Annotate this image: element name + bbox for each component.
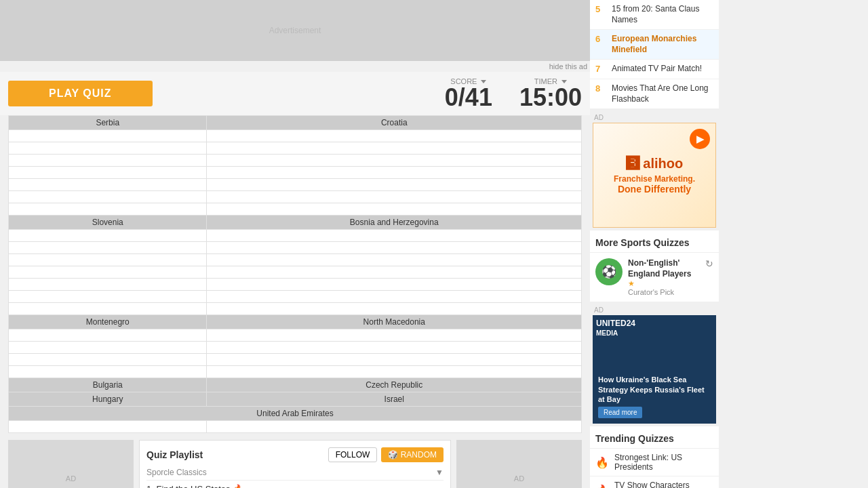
list-item-num: 8 [595, 83, 606, 94]
answer-cell[interactable] [9, 242, 207, 254]
answer-cell[interactable] [207, 167, 582, 179]
country-header-uae: United Arab Emirates [9, 407, 582, 421]
answer-cell[interactable] [9, 266, 207, 279]
answer-cell[interactable] [9, 254, 207, 266]
table-row [9, 329, 582, 342]
top-ad-banner: Advertisement [0, 0, 590, 61]
answer-cell[interactable] [207, 191, 582, 203]
timer-chevron-icon[interactable] [561, 80, 567, 83]
answer-cell[interactable] [207, 329, 582, 342]
answer-cell[interactable] [207, 254, 582, 266]
play-quiz-button[interactable]: PLAY QUIZ [8, 81, 153, 106]
trending-item-1: 🔥 Strongest Link: US Presidents [590, 449, 719, 476]
answer-cell[interactable] [9, 354, 207, 366]
trending-item-text-1[interactable]: Strongest Link: US Presidents [614, 453, 713, 472]
trending-flame-icon-1: 🔥 [595, 456, 609, 469]
quiz-answer-table: Serbia Croatia Slovenia Bosnia and Herze… [8, 115, 582, 433]
list-item-text[interactable]: 15 from 20: Santa Claus Names [612, 4, 713, 25]
ukraine-ad-box[interactable]: UNITED24MEDIA How Ukraine's Black Sea St… [593, 315, 716, 424]
answer-cell[interactable] [9, 130, 207, 142]
answer-cell[interactable] [207, 279, 582, 291]
bottom-right-ad: AD [456, 440, 582, 488]
score-section: SCORE 0/41 [445, 77, 492, 110]
country-header-hungary: Hungary [9, 392, 207, 407]
table-row [9, 191, 582, 203]
hide-ad-link[interactable]: hide this ad [0, 61, 590, 72]
refresh-icon[interactable]: ↻ [705, 258, 713, 269]
answer-cell[interactable] [207, 354, 582, 366]
answer-cell[interactable] [9, 342, 207, 354]
table-row [9, 279, 582, 291]
table-row: Serbia Croatia [9, 116, 582, 130]
table-row [9, 142, 582, 155]
table-row [9, 230, 582, 242]
quiz-item-title[interactable]: Non-'English' England Players [628, 258, 700, 279]
score-value: 0/41 [445, 85, 492, 110]
answer-cell[interactable] [9, 366, 207, 378]
table-row [9, 421, 582, 433]
answer-cell[interactable] [9, 291, 207, 303]
table-row [9, 203, 582, 216]
answer-cell[interactable] [9, 142, 207, 155]
answer-cell[interactable] [207, 130, 582, 142]
answer-cell[interactable] [9, 303, 207, 315]
list-item: 5 15 from 20: Santa Claus Names [590, 0, 719, 30]
answer-cell[interactable] [9, 230, 207, 242]
playlist-title: Quiz Playlist [146, 449, 203, 460]
answer-cell[interactable] [207, 291, 582, 303]
random-button[interactable]: 🎲 RANDOM [381, 447, 443, 462]
balihoo-ad-box[interactable]: 🅱 alihoo Franchise Marketing. Done Diffe… [593, 123, 716, 228]
quiz-icon: ⚽ [595, 258, 623, 285]
list-item-text[interactable]: Movies That Are One Long Flashback [612, 83, 713, 104]
answer-cell[interactable] [9, 191, 207, 203]
playlist-collapse-icon[interactable]: ▼ [435, 468, 443, 477]
sidebar-ad-1: AD 🅱 alihoo Franchise Marketing. Done Di… [590, 110, 719, 230]
sidebar-quiz-list: 5 15 from 20: Santa Claus Names 6 Europe… [590, 0, 719, 110]
answer-cell[interactable] [207, 421, 582, 433]
table-row: Hungary Israel [9, 392, 582, 407]
answer-cell[interactable] [207, 230, 582, 242]
country-header-bulgaria: Bulgaria [9, 378, 207, 392]
country-header-czech-republic: Czech Republic [207, 378, 582, 392]
answer-cell[interactable] [207, 342, 582, 354]
answer-cell[interactable] [9, 329, 207, 342]
answer-cell[interactable] [207, 266, 582, 279]
trending-quizzes-title: Trending Quizzes [590, 426, 719, 449]
score-chevron-icon[interactable] [481, 80, 486, 83]
list-item-num: 6 [595, 34, 606, 44]
curator-pick-label: Curator's Pick [628, 288, 700, 296]
answer-cell[interactable] [9, 155, 207, 167]
table-row [9, 155, 582, 167]
read-more-button[interactable]: Read more [598, 407, 642, 418]
answer-cell[interactable] [207, 303, 582, 315]
ad-headline: How Ukraine's Black Sea Strategy Keeps R… [598, 375, 711, 404]
ad-brand: UNITED24MEDIA [596, 319, 635, 338]
playlist-item-1: 1. Find the US States 🔥 [146, 484, 443, 488]
ad-label: AD [593, 113, 716, 123]
answer-cell[interactable] [207, 366, 582, 378]
list-item: 6 European Monarchies Minefield [590, 30, 719, 60]
follow-button[interactable]: FOLLOW [328, 447, 378, 462]
answer-cell[interactable] [9, 203, 207, 216]
answer-cell[interactable] [207, 142, 582, 155]
table-row [9, 266, 582, 279]
list-item-text[interactable]: Animated TV Pair Match! [612, 64, 702, 75]
right-sidebar: 5 15 from 20: Santa Claus Names 6 Europe… [590, 0, 719, 488]
country-header-north-macedonia: North Macedonia [207, 315, 582, 329]
list-item-text[interactable]: European Monarchies Minefield [612, 34, 713, 55]
answer-cell[interactable] [207, 242, 582, 254]
answer-cell[interactable] [207, 179, 582, 191]
sports-quiz-item: ⚽ Non-'English' England Players ★ Curato… [590, 253, 719, 302]
answer-cell[interactable] [207, 203, 582, 216]
answer-cell[interactable] [207, 155, 582, 167]
answer-cell[interactable] [9, 421, 207, 433]
answer-cell[interactable] [9, 279, 207, 291]
list-item-num: 7 [595, 64, 606, 74]
table-row [9, 130, 582, 142]
playlist-actions: FOLLOW 🎲 RANDOM [328, 447, 443, 462]
quiz-playlist-panel: Quiz Playlist FOLLOW 🎲 RANDOM Sporcle Cl… [139, 440, 451, 488]
more-sports-title: More Sports Quizzes [590, 230, 719, 253]
answer-cell[interactable] [9, 179, 207, 191]
trending-item-text-2[interactable]: TV Show Characters (1970s) [614, 481, 713, 488]
answer-cell[interactable] [9, 167, 207, 179]
